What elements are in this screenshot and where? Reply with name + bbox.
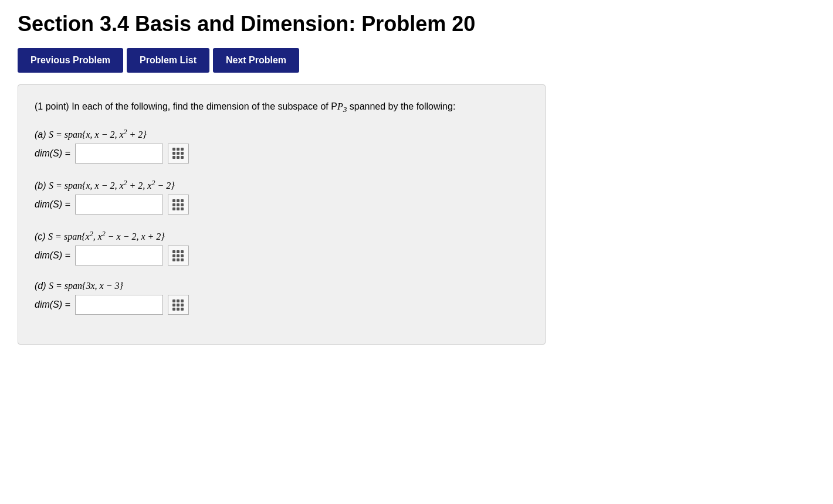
part-d-grid-button[interactable] xyxy=(168,295,189,315)
grid-dot xyxy=(177,207,180,210)
part-d-prefix: (d) xyxy=(35,281,49,291)
grid-dot xyxy=(177,304,180,307)
grid-dot xyxy=(172,199,175,202)
grid-dot xyxy=(181,152,184,155)
grid-dot xyxy=(172,304,175,307)
intro-text-after: spanned by the following: xyxy=(347,101,455,111)
problem-container: (1 point) In each of the following, find… xyxy=(18,84,546,345)
grid-dot xyxy=(181,250,184,253)
grid-dot xyxy=(177,254,180,257)
part-a-input[interactable] xyxy=(75,144,163,164)
grid-icon xyxy=(172,250,184,261)
problem-part-b: (b) S = span{x, x − 2, x2 + 2, x2 − 2} d… xyxy=(35,179,529,214)
part-a-grid-button[interactable] xyxy=(168,144,189,164)
grid-dot xyxy=(181,203,184,206)
grid-dot xyxy=(172,250,175,253)
grid-dot xyxy=(172,203,175,206)
grid-dot xyxy=(172,207,175,210)
grid-dot xyxy=(181,304,184,307)
part-c-dim-row: dim(S) = xyxy=(35,246,529,265)
problem-intro: (1 point) In each of the following, find… xyxy=(35,99,529,116)
grid-dot xyxy=(181,254,184,257)
problem-part-c: (c) S = span{x2, x2 − x − 2, x + 2} dim(… xyxy=(35,230,529,265)
grid-dot xyxy=(177,258,180,261)
prev-problem-button[interactable]: Previous Problem xyxy=(18,48,123,73)
grid-dot xyxy=(177,199,180,202)
part-a-dim-row: dim(S) = xyxy=(35,144,529,164)
grid-dot xyxy=(172,258,175,261)
page-title: Section 3.4 Basis and Dimension: Problem… xyxy=(18,12,815,36)
part-a-dim-label: dim(S) = xyxy=(35,148,70,159)
grid-dot xyxy=(181,299,184,302)
part-b-dim-row: dim(S) = xyxy=(35,195,529,214)
part-c-label: (c) S = span{x2, x2 − x − 2, x + 2} xyxy=(35,230,529,242)
grid-dot xyxy=(181,207,184,210)
grid-dot xyxy=(181,199,184,202)
part-b-input[interactable] xyxy=(75,195,163,214)
part-d-label: (d) S = span{3x, x − 3} xyxy=(35,281,529,291)
part-a-prefix: (a) xyxy=(35,130,49,139)
grid-dot xyxy=(181,148,184,151)
part-d-expr: S = span{3x, x − 3} xyxy=(49,281,123,291)
grid-dot xyxy=(172,299,175,302)
next-problem-button[interactable]: Next Problem xyxy=(213,48,299,73)
part-a-expr: S = span{x, x − 2, x2 + 2} xyxy=(49,130,147,139)
grid-icon xyxy=(172,148,184,159)
part-d-input[interactable] xyxy=(75,295,163,315)
grid-dot xyxy=(177,299,180,302)
problem-part-a: (a) S = span{x, x − 2, x2 + 2} dim(S) = xyxy=(35,128,529,164)
grid-dot xyxy=(181,308,184,311)
grid-dot xyxy=(177,250,180,253)
part-b-prefix: (b) xyxy=(35,181,49,190)
grid-dot xyxy=(181,258,184,261)
grid-dot xyxy=(177,308,180,311)
part-b-expr: S = span{x, x − 2, x2 + 2, x2 − 2} xyxy=(49,181,175,190)
grid-dot xyxy=(172,308,175,311)
part-b-dim-label: dim(S) = xyxy=(35,199,70,210)
part-d-dim-row: dim(S) = xyxy=(35,295,529,315)
part-a-label: (a) S = span{x, x − 2, x2 + 2} xyxy=(35,128,529,140)
problem-list-button[interactable]: Problem List xyxy=(127,48,209,73)
nav-buttons: Previous Problem Problem List Next Probl… xyxy=(18,48,815,73)
grid-dot xyxy=(181,156,184,159)
grid-dot xyxy=(172,254,175,257)
problem-part-d: (d) S = span{3x, x − 3} dim(S) = xyxy=(35,281,529,315)
part-c-input[interactable] xyxy=(75,246,163,265)
grid-icon xyxy=(172,299,184,311)
grid-dot xyxy=(177,148,180,151)
grid-dot xyxy=(172,152,175,155)
grid-dot xyxy=(177,203,180,206)
grid-dot xyxy=(172,156,175,159)
part-c-grid-button[interactable] xyxy=(168,246,189,265)
part-b-grid-button[interactable] xyxy=(168,195,189,214)
grid-icon xyxy=(172,199,184,210)
part-c-expr: S = span{x2, x2 − x − 2, x + 2} xyxy=(48,231,165,241)
grid-dot xyxy=(177,152,180,155)
grid-dot xyxy=(177,156,180,159)
part-c-dim-label: dim(S) = xyxy=(35,250,70,261)
p3-symbol: P3 xyxy=(337,101,347,111)
grid-dot xyxy=(172,148,175,151)
part-d-dim-label: dim(S) = xyxy=(35,299,70,310)
part-b-label: (b) S = span{x, x − 2, x2 + 2, x2 − 2} xyxy=(35,179,529,191)
part-c-prefix: (c) xyxy=(35,231,48,241)
intro-text-before: (1 point) In each of the following, find… xyxy=(35,101,337,111)
